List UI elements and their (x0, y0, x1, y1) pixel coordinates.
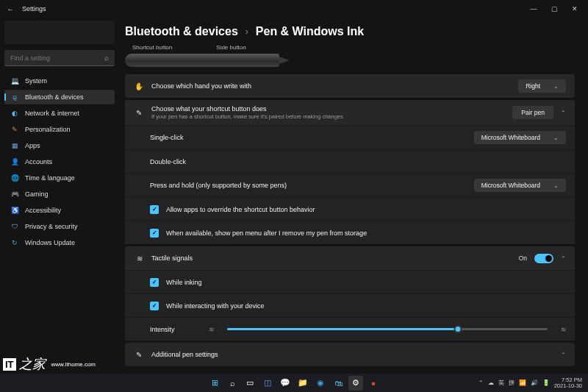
tactile-icon: ≋ (134, 254, 144, 263)
person-icon: 👤 (10, 157, 19, 166)
sidebar-item-personalization[interactable]: ✎Personalization (4, 122, 115, 137)
additional-row[interactable]: ✎ Additional pen settings ⌃ (125, 343, 575, 366)
tactile-toggle[interactable] (534, 254, 553, 263)
sidebar-item-accessibility[interactable]: ♿Accessibility (4, 203, 115, 218)
battery-tray-icon[interactable]: 🔋 (542, 379, 550, 386)
apps-icon: ▦ (10, 141, 19, 150)
update-icon: ↻ (10, 238, 19, 247)
sidebar-item-gaming[interactable]: 🎮Gaming (4, 187, 115, 202)
search-input[interactable] (10, 54, 104, 62)
ime-mode[interactable]: 拼 (509, 379, 514, 387)
accessibility-icon: ♿ (10, 206, 19, 215)
inking-row[interactable]: ✓ While inking (125, 270, 575, 293)
globe-icon: 🌐 (10, 174, 19, 182)
bluetooth-icon: ⚼ (10, 93, 19, 101)
close-button[interactable]: ✕ (564, 5, 585, 13)
widgets-icon[interactable]: ◫ (260, 376, 275, 391)
breadcrumb-parent[interactable]: Bluetooth & devices (125, 25, 238, 38)
hand-card: ✋ Choose which hand you write with Right… (125, 74, 575, 98)
chat-icon[interactable]: 💬 (278, 376, 293, 391)
intensity-row: Intensity ≋ ≋ (125, 317, 575, 341)
sidebar-item-privacy[interactable]: 🛡Privacy & security (4, 219, 115, 234)
chevron-down-icon: ⌄ (553, 83, 559, 90)
window-title: Settings (22, 5, 46, 13)
sidebar-item-accounts[interactable]: 👤Accounts (4, 154, 115, 169)
content-pane: Bluetooth & devices › Pen & Windows Ink … (119, 18, 588, 374)
interacting-checkbox[interactable]: ✓ (150, 302, 159, 310)
hand-row[interactable]: ✋ Choose which hand you write with Right… (125, 74, 575, 98)
volume-tray-icon[interactable]: 🔊 (531, 379, 538, 386)
onedrive-icon[interactable]: ☁ (488, 379, 494, 386)
override-checkbox[interactable]: ✓ (150, 205, 159, 214)
taskbar-search-icon[interactable]: ⌕ (225, 376, 240, 391)
ime-indicator[interactable]: 英 (498, 379, 504, 387)
explorer-icon[interactable]: 📁 (295, 376, 310, 391)
wifi-icon: ◐ (10, 109, 19, 118)
breadcrumb: Bluetooth & devices › Pen & Windows Ink (125, 25, 575, 38)
pair-pen-button[interactable]: Pair pen (512, 106, 553, 119)
pen-menu-row[interactable]: ✓ When available, show pen menu after I … (125, 221, 575, 244)
press-hold-row[interactable]: Press and hold (only supported by some p… (125, 173, 575, 197)
brush-icon: ✎ (10, 125, 19, 134)
chevron-up-icon[interactable]: ⌃ (561, 110, 566, 116)
search-box[interactable]: ⌕ (4, 50, 115, 66)
start-button[interactable]: ⊞ (207, 376, 222, 391)
wifi-tray-icon[interactable]: 📶 (519, 379, 526, 386)
double-click-row[interactable]: Double-click (125, 149, 575, 173)
taskbar: ⊞ ⌕ ▭ ◫ 💬 📁 ◉ 🛍 ⚙ ● ⌃ ☁ 英 拼 📶 🔊 🔋 7:52 P… (0, 374, 588, 392)
gaming-icon: 🎮 (10, 190, 19, 199)
sidebar-item-system[interactable]: 💻System (4, 74, 115, 88)
pen-illustration (125, 54, 279, 67)
task-view-icon[interactable]: ▭ (243, 376, 257, 391)
additional-card: ✎ Additional pen settings ⌃ (125, 343, 575, 366)
powerpoint-icon[interactable]: ● (366, 376, 381, 391)
sidebar-item-apps[interactable]: ▦Apps (4, 138, 115, 153)
system-tray[interactable]: ⌃ ☁ 英 拼 📶 🔊 🔋 7:52 PM2021-10-30 (478, 377, 582, 388)
system-icon: 💻 (10, 76, 19, 85)
wave-low-icon: ≋ (209, 326, 214, 333)
interacting-row[interactable]: ✓ While interacting with your device (125, 293, 575, 317)
chevron-right-icon: › (245, 26, 248, 37)
shortcut-card: ✎ Choose what your shortcut button does … (125, 100, 575, 244)
title-bar: ← Settings — ▢ ✕ (0, 0, 588, 18)
press-hold-dropdown[interactable]: Microsoft Whiteboard⌄ (474, 179, 566, 192)
search-icon: ⌕ (104, 54, 109, 62)
chevron-up-icon[interactable]: ⌃ (561, 352, 566, 358)
sidebar-item-time[interactable]: 🌐Time & language (4, 171, 115, 185)
tactile-card: ≋ Tactile signals On ⌃ ✓ While inking ✓ … (125, 246, 575, 341)
hand-icon: ✋ (134, 82, 144, 90)
single-click-row[interactable]: Single-click Microsoft Whiteboard⌄ (125, 125, 575, 149)
pen-icon: ✎ (134, 109, 144, 117)
clock[interactable]: 7:52 PM2021-10-30 (554, 377, 582, 388)
page-title: Pen & Windows Ink (256, 25, 364, 38)
minimize-button[interactable]: — (523, 5, 544, 13)
chevron-up-icon[interactable]: ⌃ (561, 255, 566, 262)
sidebar-item-bluetooth[interactable]: ⚼Bluetooth & devices (4, 90, 115, 104)
edge-icon[interactable]: ◉ (313, 376, 328, 391)
pen-settings-icon: ✎ (134, 351, 144, 359)
hand-dropdown[interactable]: Right⌄ (518, 79, 566, 93)
shield-icon: 🛡 (10, 222, 19, 231)
pen-menu-checkbox[interactable]: ✓ (150, 229, 159, 238)
sidebar-item-network[interactable]: ◐Network & internet (4, 106, 115, 121)
chevron-down-icon: ⌄ (553, 135, 559, 141)
settings-icon[interactable]: ⚙ (348, 376, 363, 391)
chevron-down-icon: ⌄ (553, 182, 559, 189)
intensity-slider[interactable] (227, 328, 548, 330)
tray-chevron-icon[interactable]: ⌃ (478, 379, 484, 386)
override-row[interactable]: ✓ Allow apps to override the shortcut bu… (125, 197, 575, 221)
store-icon[interactable]: 🛍 (331, 376, 345, 391)
maximize-button[interactable]: ▢ (544, 5, 564, 13)
back-button[interactable]: ← (3, 5, 18, 13)
tactile-header-row[interactable]: ≋ Tactile signals On ⌃ (125, 246, 575, 270)
sidebar-item-update[interactable]: ↻Windows Update (4, 235, 115, 250)
watermark: IT 之家 www.ithome.com (3, 355, 96, 373)
inking-checkbox[interactable]: ✓ (150, 278, 159, 287)
wave-high-icon: ≋ (561, 326, 566, 333)
pen-button-labels: Shortcut button Side button (132, 44, 575, 51)
profile-box[interactable] (4, 21, 115, 44)
shortcut-header-row[interactable]: ✎ Choose what your shortcut button does … (125, 100, 575, 125)
single-click-dropdown[interactable]: Microsoft Whiteboard⌄ (474, 131, 566, 144)
sidebar: ⌕ 💻System ⚼Bluetooth & devices ◐Network … (0, 18, 119, 374)
